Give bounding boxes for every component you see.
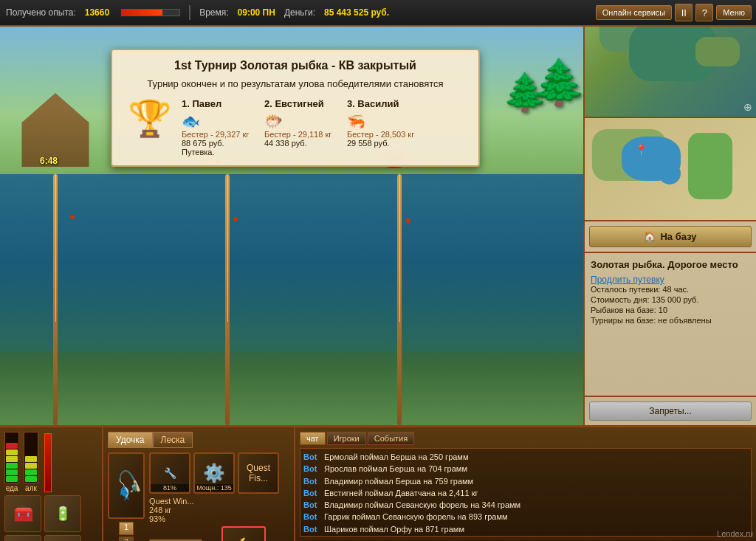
equip-tab-line[interactable]: Леска <box>153 432 193 448</box>
bottom-panel: еда алк 🧰 🔋 🪣 👝 <box>0 425 756 541</box>
float-dot-2 <box>233 217 238 221</box>
line-equip-item[interactable]: Quest Fis... <box>238 452 279 494</box>
rod-1[interactable]: 6:48 <box>53 174 58 425</box>
money-label: Деньги: <box>284 7 315 18</box>
chat-message-text: Владимир поймал Берша на 759 грамм <box>324 476 473 486</box>
game-area: 🌲 🌲 1st Турнир Золотая рыбка - КВ закрыт… <box>0 27 583 425</box>
red-indicator <box>44 433 52 492</box>
equipment-section: Удочка Леска 🎣 1 2 3 <box>103 427 295 541</box>
equip-power: 93% <box>149 514 279 523</box>
pause-button[interactable]: II <box>675 4 693 21</box>
chat-message-text: Евстигней поймал Даватчана на 2,411 кг <box>324 488 478 498</box>
chat-message: BotГаррик поймал Севанскую форель на 893… <box>303 511 748 522</box>
chat-message: BotВладимир поймал Севанскую форель на 3… <box>303 500 748 510</box>
money-value: 85 443 525 руб. <box>324 7 389 18</box>
map-land-2 <box>695 37 740 66</box>
chat-tab-events[interactable]: События <box>368 432 414 445</box>
chat-message: BotЕвстигней поймал Даватчана на 2,411 к… <box>303 488 748 498</box>
location-name: Золотая рыбка. Дорогое место <box>591 259 750 270</box>
battery-item[interactable]: 🔋 <box>44 495 81 532</box>
tournament-subtitle: Турнир окончен и по результатам улова по… <box>124 78 467 89</box>
help-button[interactable]: ? <box>695 4 713 21</box>
tree-decoration-2: 🌲 <box>532 56 583 108</box>
info-line-1: Осталось путевки: 48 час. <box>591 285 750 294</box>
chat-section: чат Игроки События BotЕрмолай поймал Бер… <box>295 427 756 541</box>
active-lure-slot[interactable]: 🔱 Средняя <box>221 526 266 541</box>
menu-button[interactable]: Меню <box>716 5 752 20</box>
minimap-area: 📍 <box>585 118 756 221</box>
base-btn-area: 🏠 На базу <box>585 221 756 253</box>
time-label: Время: <box>199 7 228 18</box>
chat-bot-label: Bot <box>303 488 321 498</box>
reel-equip-item[interactable]: ⚙️ Мощн.: 135 <box>193 452 235 494</box>
extend-link[interactable]: Продлить путевку <box>591 275 664 285</box>
place-1-fish: Бестер - 29,327 кг <box>182 130 252 139</box>
place-3-name: 3. Василий <box>347 98 418 109</box>
rod-1-float-value: 6:48 <box>40 156 58 166</box>
chat-message: BotЕрмолай поймал Берша на 250 грамм <box>303 452 748 462</box>
bag-item[interactable]: 👝 <box>44 535 81 541</box>
tournament-modal: 1st Турнир Золотая рыбка - КВ закрытый Т… <box>111 49 480 167</box>
equip-rod-weight: 248 кг <box>149 506 279 514</box>
chat-bot-label: Bot <box>303 476 321 486</box>
rod-2-line <box>227 174 228 322</box>
chat-message-text: Шариков поймал Орфу на 871 грамм <box>324 524 464 534</box>
watermark: Lendex.ru <box>717 529 753 538</box>
alc-bar <box>24 432 38 483</box>
online-services-button[interactable]: Онлайн сервисы <box>596 5 673 20</box>
info-line-4: Турниры на базе: не объявлены <box>591 316 750 325</box>
chat-message-text: Ярослав поймал Берша на 704 грамм <box>324 464 467 474</box>
chat-message-text: Ермолай поймал Берша на 250 грамм <box>324 452 469 462</box>
chat-message: BotЯрослав поймал Берша на 704 грамм <box>303 464 748 474</box>
top-bar: Получено опыта: 13660 Время: 09:00 ПН Де… <box>0 0 583 27</box>
right-panel: 6,48 m ⊕ 📍 🏠 На базу Золотая рыбка. Доро… <box>583 0 756 425</box>
tournament-places: 1. Павел 🐟 Бестер - 29,327 кг 88 675 руб… <box>182 98 418 156</box>
inv-row-2: 🪣 👝 <box>4 535 97 541</box>
equip-tab-rod[interactable]: Удочка <box>108 432 153 448</box>
rod-equip-item[interactable]: 🔧 81% <box>149 452 190 494</box>
chat-bot-label: Bot <box>303 511 321 522</box>
place-1-prize: 88 675 руб. Путевка. <box>182 139 252 156</box>
place-3-prize: 29 558 руб. <box>347 139 418 148</box>
food-label: еда <box>4 484 19 492</box>
ban-btn-area: Запреты... <box>585 396 756 425</box>
place-3-fish: Бестер - 28,503 кг <box>347 130 418 139</box>
chat-tab-chat[interactable]: чат <box>300 432 326 445</box>
float-dot-1 <box>70 215 75 219</box>
equip-tabs: Удочка Леска <box>108 432 289 448</box>
chat-bot-label: Bot <box>303 500 321 510</box>
exp-label: Получено опыта: <box>6 7 76 18</box>
bucket-item[interactable]: 🪣 <box>4 535 41 541</box>
food-bar <box>4 432 19 483</box>
base-button[interactable]: 🏠 На базу <box>589 226 752 247</box>
chat-message-text: Гаррик поймал Севанскую форель на 893 гр… <box>324 511 508 522</box>
chat-message: BotВладимир поймал Берша на 759 грамм <box>303 476 748 486</box>
exp-bar <box>121 9 180 16</box>
chat-tab-players[interactable]: Игроки <box>327 432 366 445</box>
tackle-box-item[interactable]: 🧰 <box>4 495 41 532</box>
food-bar-group: еда <box>4 432 19 492</box>
slot-num-1[interactable]: 1 <box>119 522 134 535</box>
inventory-left: еда алк 🧰 🔋 🪣 👝 <box>0 427 103 541</box>
chat-message: BotШариков поймал Орфу на 871 грамм <box>303 524 748 534</box>
compass-icon: ⊕ <box>743 101 752 113</box>
place-2-fish: Бестер - 29,118 кг <box>264 130 335 139</box>
ban-button[interactable]: Запреты... <box>589 402 752 421</box>
chat-tabs: чат Игроки События <box>300 432 752 445</box>
rod-1-line <box>55 174 56 322</box>
minimap-land-2 <box>688 133 732 199</box>
house-icon: 🏠 <box>644 231 656 242</box>
rod-2[interactable]: 6:36 <box>225 174 230 425</box>
chat-bot-label: Bot <box>303 464 321 474</box>
equip-rod-name: Quest Win... <box>149 497 279 506</box>
alc-bar-group: алк <box>24 432 38 492</box>
info-line-3: Рыбаков на базе: 10 <box>591 306 750 314</box>
water <box>0 174 583 351</box>
rod-3[interactable]: 6:17 <box>397 174 402 425</box>
rod-slot[interactable]: 🎣 <box>108 452 145 519</box>
exp-value: 13660 <box>85 7 109 18</box>
slot-num-2[interactable]: 2 <box>119 537 134 541</box>
location-marker: 📍 <box>635 144 647 156</box>
minimap-water-small <box>659 162 681 185</box>
float-dot-3 <box>406 218 410 223</box>
